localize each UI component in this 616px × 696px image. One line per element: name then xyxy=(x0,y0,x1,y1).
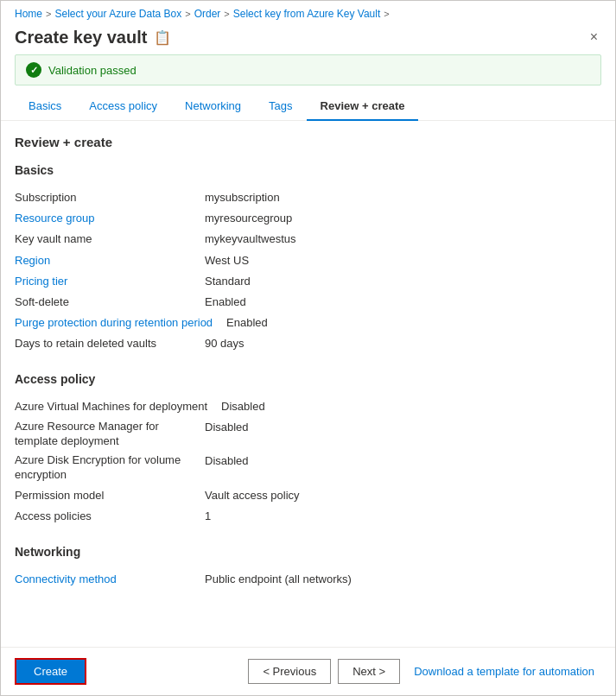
value-connectivity-method: Public endpoint (all networks) xyxy=(205,572,352,587)
networking-heading: Networking xyxy=(15,545,601,559)
field-disk-encryption: Azure Disk Encryption for volume encrypt… xyxy=(15,451,601,485)
value-subscription: mysubscription xyxy=(205,190,280,206)
breadcrumb-home[interactable]: Home xyxy=(15,8,42,20)
field-pricing-tier: Pricing tier Standard xyxy=(15,271,601,292)
breadcrumb-sep-1: > xyxy=(46,9,51,19)
access-policy-section: Access policy Azure Virtual Machines for… xyxy=(15,372,601,528)
value-key-vault-name: mykeyvaultwestus xyxy=(205,231,295,247)
field-vm-deployment: Azure Virtual Machines for deployment Di… xyxy=(15,396,601,417)
label-permission-model: Permission model xyxy=(15,488,205,503)
header-left: Create key vault 📋 xyxy=(15,28,171,47)
tabs-bar: Basics Access policy Networking Tags Rev… xyxy=(1,92,615,121)
value-pricing-tier: Standard xyxy=(205,274,251,289)
label-region: Region xyxy=(15,253,205,269)
basics-heading: Basics xyxy=(15,163,601,177)
value-days-retain: 90 days xyxy=(205,336,244,351)
next-button[interactable]: Next > xyxy=(338,659,400,684)
page-title-header: Create key vault xyxy=(15,28,147,47)
create-button[interactable]: Create xyxy=(15,658,86,685)
field-arm-deployment: Azure Resource Manager for template depl… xyxy=(15,417,601,452)
basics-section: Basics Subscription mysubscription Resou… xyxy=(15,163,601,355)
field-connectivity-method: Connectivity method Public endpoint (all… xyxy=(15,569,601,590)
value-purge-protection: Enabled xyxy=(226,315,268,331)
breadcrumb: Home > Select your Azure Data Box > Orde… xyxy=(1,1,615,23)
label-connectivity-method: Connectivity method xyxy=(15,572,205,587)
automation-template-link[interactable]: Download a template for automation xyxy=(407,660,601,683)
field-permission-model: Permission model Vault access policy xyxy=(15,485,601,506)
tab-tags[interactable]: Tags xyxy=(255,92,306,121)
tab-basics[interactable]: Basics xyxy=(15,92,75,121)
label-resource-group: Resource group xyxy=(15,211,205,226)
review-create-title: Review + create xyxy=(15,135,601,149)
label-purge-protection: Purge protection during retention period xyxy=(15,315,226,331)
label-access-policies: Access policies xyxy=(15,509,205,524)
field-purge-protection: Purge protection during retention period… xyxy=(15,313,601,333)
tab-review-create[interactable]: Review + create xyxy=(307,92,419,121)
field-resource-group: Resource group myresourcegroup xyxy=(15,208,601,229)
value-vm-deployment: Disabled xyxy=(221,399,265,414)
validation-check-icon xyxy=(26,62,41,78)
label-subscription: Subscription xyxy=(15,190,205,206)
breadcrumb-sep-3: > xyxy=(224,9,229,19)
basics-fields: Subscription mysubscription Resource gro… xyxy=(15,187,601,355)
value-region: West US xyxy=(205,253,249,269)
label-vm-deployment: Azure Virtual Machines for deployment xyxy=(15,399,221,414)
previous-button[interactable]: < Previous xyxy=(248,659,331,684)
value-soft-delete: Enabled xyxy=(205,294,246,310)
breadcrumb-sep-2: > xyxy=(185,9,190,19)
breadcrumb-sep-4: > xyxy=(384,9,389,19)
field-key-vault-name: Key vault name mykeyvaultwestus xyxy=(15,229,601,250)
access-policy-heading: Access policy xyxy=(15,372,601,386)
field-region: Region West US xyxy=(15,250,601,271)
value-disk-encryption: Disabled xyxy=(205,453,249,469)
networking-fields: Connectivity method Public endpoint (all… xyxy=(15,569,601,590)
label-pricing-tier: Pricing tier xyxy=(15,274,205,289)
field-days-retain: Days to retain deleted vaults 90 days xyxy=(15,333,601,354)
footer: Create < Previous Next > Download a temp… xyxy=(1,647,615,695)
close-button[interactable]: × xyxy=(587,27,601,47)
header: Create key vault 📋 × xyxy=(1,23,615,54)
field-soft-delete: Soft-delete Enabled xyxy=(15,292,601,313)
value-access-policies: 1 xyxy=(205,509,211,524)
window: Home > Select your Azure Data Box > Orde… xyxy=(0,0,616,696)
field-subscription: Subscription mysubscription xyxy=(15,187,601,208)
breadcrumb-order[interactable]: Order xyxy=(194,8,221,20)
label-days-retain: Days to retain deleted vaults xyxy=(15,336,205,351)
tab-networking[interactable]: Networking xyxy=(171,92,255,121)
field-access-policies: Access policies 1 xyxy=(15,506,601,527)
validation-text: Validation passed xyxy=(48,64,137,77)
main-content: Review + create Basics Subscription mysu… xyxy=(1,121,615,647)
value-arm-deployment: Disabled xyxy=(205,420,249,435)
breadcrumb-data-box[interactable]: Select your Azure Data Box xyxy=(54,8,181,20)
copy-icon[interactable]: 📋 xyxy=(154,29,171,46)
label-disk-encryption: Azure Disk Encryption for volume encrypt… xyxy=(15,453,205,483)
value-resource-group: myresourcegroup xyxy=(205,211,292,226)
tab-access-policy[interactable]: Access policy xyxy=(75,92,171,121)
breadcrumb-key-vault[interactable]: Select key from Azure Key Vault xyxy=(233,8,381,20)
label-arm-deployment: Azure Resource Manager for template depl… xyxy=(15,420,205,449)
validation-banner: Validation passed xyxy=(15,54,601,85)
value-permission-model: Vault access policy xyxy=(205,488,300,503)
label-key-vault-name: Key vault name xyxy=(15,231,205,247)
access-policy-fields: Azure Virtual Machines for deployment Di… xyxy=(15,396,601,528)
label-soft-delete: Soft-delete xyxy=(15,294,205,310)
networking-section: Networking Connectivity method Public en… xyxy=(15,545,601,590)
